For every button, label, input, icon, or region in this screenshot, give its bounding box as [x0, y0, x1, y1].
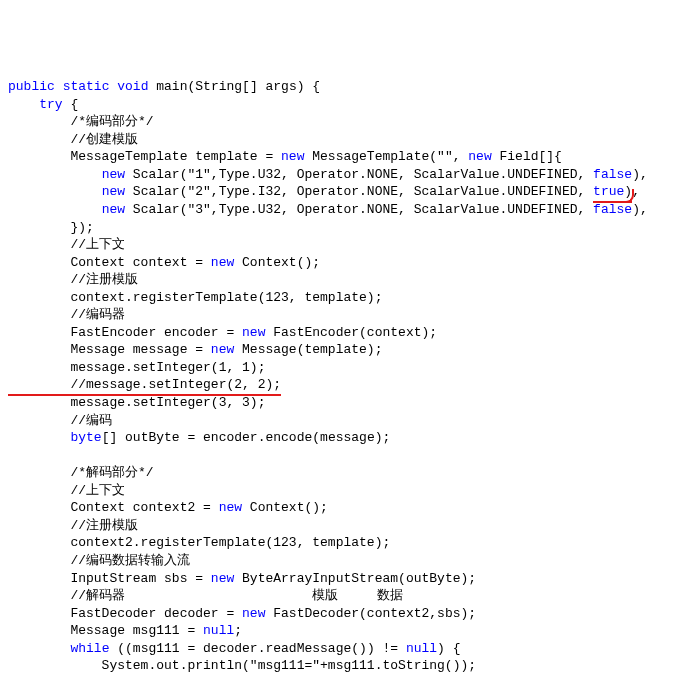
- red-underline-icon: [8, 394, 281, 396]
- keyword-new: new: [468, 149, 491, 164]
- keyword-new: new: [102, 202, 125, 217]
- code-line: //注册模版: [8, 518, 138, 533]
- code-line: Message message = new Message(template);: [8, 342, 382, 357]
- keyword-new: new: [211, 571, 234, 586]
- code-line: /*解码部分*/: [8, 465, 154, 480]
- keyword-new: new: [102, 184, 125, 199]
- keyword-new: new: [281, 149, 304, 164]
- annotation-commented-underline: //message.setInteger(2, 2);: [8, 376, 281, 394]
- code-line: //编码器: [8, 307, 125, 322]
- code-line: System.out.println("msg111="+msg111.toSt…: [8, 658, 476, 673]
- keyword-public: public: [8, 79, 55, 94]
- code-line: message.setInteger(1, 1);: [8, 360, 265, 375]
- code-line: //message.setInteger(2, 2);: [8, 377, 281, 392]
- code-line: //编码数据转输入流: [8, 553, 190, 568]
- code-line: try {: [8, 97, 78, 112]
- keyword-new: new: [242, 606, 265, 621]
- code-line: while ((msg111 = decoder.readMessage()) …: [8, 641, 461, 656]
- keyword-null: null: [406, 641, 437, 656]
- code-text: main(String[] args) {: [148, 79, 320, 94]
- keyword-new: new: [102, 167, 125, 182]
- code-line: public static void main(String[] args) {: [8, 79, 320, 94]
- keyword-new: new: [219, 500, 242, 515]
- keyword-byte: byte: [70, 430, 101, 445]
- keyword-new: new: [242, 325, 265, 340]
- code-line: new Scalar("1",Type.U32, Operator.NONE, …: [8, 167, 648, 182]
- code-line: //注册模版: [8, 272, 138, 287]
- code-line: byte[] outByte = encoder.encode(message)…: [8, 430, 390, 445]
- code-line: Message msg111 = null;: [8, 623, 242, 638]
- code-line: });: [8, 220, 94, 235]
- code-line: //创建模版: [8, 132, 138, 147]
- code-line: context.registerTemplate(123, template);: [8, 290, 382, 305]
- keyword-new: new: [211, 342, 234, 357]
- code-line: new Scalar("3",Type.U32, Operator.NONE, …: [8, 202, 648, 217]
- keyword-while: while: [70, 641, 109, 656]
- keyword-try: try: [39, 97, 62, 112]
- keyword-false: false: [593, 202, 632, 217]
- code-block: public static void main(String[] args) {…: [8, 78, 684, 673]
- code-line: message.setInteger(3, 3);: [8, 395, 265, 410]
- code-line: //上下文: [8, 483, 125, 498]
- keyword-new: new: [211, 255, 234, 270]
- code-line: FastDecoder decoder = new FastDecoder(co…: [8, 606, 476, 621]
- red-paren-icon: [622, 189, 634, 203]
- code-line: Context context = new Context();: [8, 255, 320, 270]
- code-line: //解码器 模版 数据: [8, 588, 403, 603]
- keyword-false: false: [593, 167, 632, 182]
- code-line: FastEncoder encoder = new FastEncoder(co…: [8, 325, 437, 340]
- code-line: MessageTemplate template = new MessageTe…: [8, 149, 562, 164]
- keyword-true: true: [593, 184, 624, 199]
- code-line: InputStream sbs = new ByteArrayInputStre…: [8, 571, 476, 586]
- keyword-static: static: [63, 79, 110, 94]
- code-line: new Scalar("2",Type.I32, Operator.NONE, …: [8, 184, 640, 199]
- annotation-true-underline: true): [593, 183, 632, 201]
- keyword-void: void: [117, 79, 148, 94]
- code-line: //上下文: [8, 237, 125, 252]
- code-line: /*编码部分*/: [8, 114, 154, 129]
- code-line: context2.registerTemplate(123, template)…: [8, 535, 390, 550]
- code-line: //编码: [8, 413, 112, 428]
- keyword-null: null: [203, 623, 234, 638]
- code-line: Context context2 = new Context();: [8, 500, 328, 515]
